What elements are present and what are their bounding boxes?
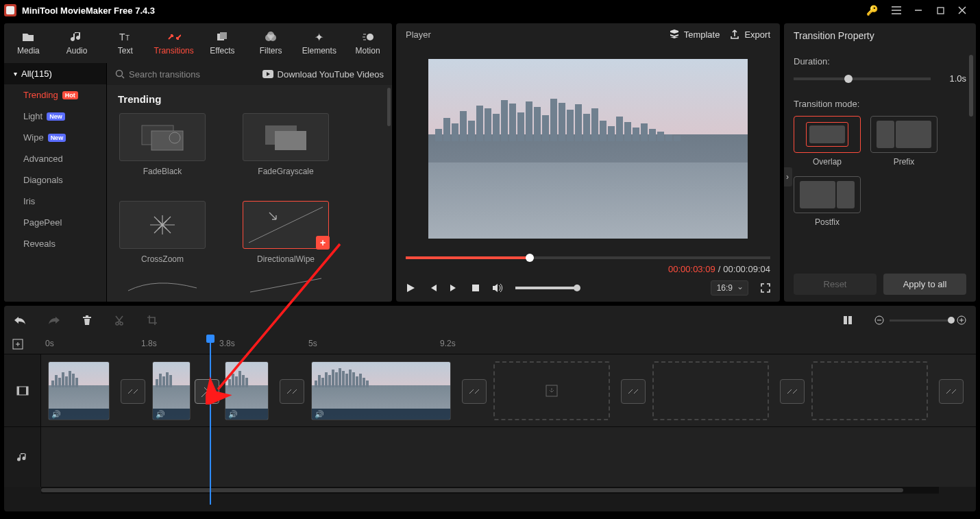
transition-thumb-fadeblack[interactable]: [119, 113, 206, 161]
video-track-head[interactable]: [4, 354, 41, 426]
category-trending[interactable]: Trending Hot: [4, 84, 106, 106]
tab-elements[interactable]: ✦ Elements: [295, 23, 344, 63]
timeline-clip[interactable]: 🔊: [48, 361, 110, 420]
tab-filters[interactable]: Filters: [247, 23, 295, 63]
category-all[interactable]: ▾ All(115): [4, 63, 106, 84]
empty-clip-slot[interactable]: [493, 361, 610, 420]
fullscreen-button[interactable]: [761, 283, 770, 293]
next-frame-button[interactable]: [450, 283, 459, 293]
transition-slot[interactable]: [462, 379, 487, 404]
audio-track-head[interactable]: [4, 427, 41, 487]
category-pagepeel[interactable]: PagePeel: [4, 212, 106, 233]
timeline-scrollbar[interactable]: [41, 487, 939, 494]
transition-thumb-partial[interactable]: [119, 275, 206, 295]
play-button[interactable]: [406, 283, 415, 293]
progress-knob[interactable]: [526, 254, 534, 262]
transition-thumb-partial-2[interactable]: [243, 275, 329, 295]
template-button[interactable]: Template: [669, 29, 720, 40]
empty-clip-slot[interactable]: [811, 361, 928, 420]
add-transition-button[interactable]: +: [316, 236, 330, 250]
download-youtube-link[interactable]: Download YouTube Videos: [262, 69, 384, 80]
tab-motion[interactable]: Motion: [343, 23, 392, 63]
delete-button[interactable]: [82, 315, 92, 326]
transition-slot[interactable]: [280, 379, 304, 404]
property-scrollbar[interactable]: [969, 55, 973, 117]
zoom-in-button[interactable]: [957, 315, 966, 325]
window-maximize-button[interactable]: [929, 1, 951, 20]
activate-key-icon[interactable]: 🔑: [861, 1, 883, 20]
ruler-tick: 1.8s: [141, 339, 157, 348]
empty-clip-slot[interactable]: [652, 361, 769, 420]
timeline-clip[interactable]: 🔊: [311, 361, 451, 420]
transition-thumb-crosszoom[interactable]: [119, 201, 206, 249]
category-reveals[interactable]: Reveals: [4, 233, 106, 254]
tab-audio[interactable]: Audio: [53, 23, 101, 63]
preview-area: [396, 45, 780, 252]
hot-badge: Hot: [62, 91, 78, 99]
export-button[interactable]: Export: [729, 29, 770, 40]
transition-slot[interactable]: [780, 379, 805, 404]
speaker-icon: 🔊: [315, 410, 324, 419]
timeline-ruler[interactable]: 0s 1.8s 3.8s 5s 9.2s: [4, 335, 976, 354]
transition-slot[interactable]: [939, 379, 964, 404]
video-track-icon: [16, 386, 29, 396]
transition-slot[interactable]: [121, 379, 145, 404]
audio-track-content[interactable]: [41, 427, 976, 487]
category-advanced[interactable]: Advanced: [4, 148, 106, 169]
tool-tabs: Media Audio TT Text Transitions Effects …: [4, 23, 392, 63]
transition-thumb-directionalwipe[interactable]: +: [243, 201, 329, 249]
aspect-ratio-select[interactable]: 16:9: [711, 280, 748, 295]
tab-media[interactable]: Media: [4, 23, 53, 63]
timeline-clip[interactable]: 🔊: [152, 361, 191, 420]
preview-screen[interactable]: [428, 59, 748, 239]
category-diagonals[interactable]: Diagonals: [4, 169, 106, 191]
window-minimize-button[interactable]: [907, 1, 929, 20]
category-light[interactable]: Light New: [4, 106, 106, 127]
track-layout-icon[interactable]: [843, 315, 853, 325]
stop-button[interactable]: [471, 284, 480, 292]
svg-text:T: T: [125, 34, 130, 42]
mode-postfix[interactable]: [794, 176, 861, 213]
tab-effects[interactable]: Effects: [198, 23, 247, 63]
svg-point-8: [367, 34, 373, 40]
window-close-button[interactable]: [951, 1, 973, 20]
svg-rect-24: [17, 387, 19, 395]
timeline-clip[interactable]: 🔊: [225, 361, 269, 420]
prev-frame-button[interactable]: [428, 283, 437, 293]
svg-rect-14: [275, 131, 306, 150]
playhead[interactable]: [210, 335, 211, 505]
category-label: Diagonals: [23, 175, 63, 185]
zoom-slider[interactable]: [890, 319, 951, 322]
player-panel: Player Template Export: [396, 23, 780, 302]
duration-label: Duration:: [794, 56, 966, 67]
category-label: Wipe: [23, 132, 44, 143]
mode-prefix[interactable]: [870, 116, 938, 153]
undo-button[interactable]: [14, 315, 26, 325]
apply-to-all-button[interactable]: Apply to all: [883, 274, 966, 295]
transition-thumb-fadegrayscale[interactable]: [243, 113, 329, 161]
redo-button[interactable]: [48, 315, 60, 325]
category-iris[interactable]: Iris: [4, 191, 106, 212]
crop-button[interactable]: [147, 315, 158, 326]
property-title: Transition Property: [784, 23, 976, 48]
volume-icon[interactable]: [492, 283, 503, 293]
add-track-button[interactable]: [12, 339, 23, 350]
reset-button[interactable]: Reset: [794, 274, 877, 295]
hamburger-menu-icon[interactable]: [885, 1, 907, 20]
progress-bar[interactable]: [406, 256, 770, 259]
duration-slider[interactable]: [794, 77, 931, 80]
tab-text[interactable]: TT Text: [101, 23, 150, 63]
svg-line-16: [250, 278, 321, 292]
zoom-out-button[interactable]: [874, 315, 884, 325]
transition-slot-applied[interactable]: [195, 379, 219, 404]
volume-slider[interactable]: [515, 287, 577, 289]
tab-transitions[interactable]: Transitions: [149, 23, 198, 63]
svg-rect-25: [26, 387, 28, 395]
transition-slot[interactable]: [621, 379, 646, 404]
search-input[interactable]: Search transitions: [115, 69, 257, 80]
split-button[interactable]: [114, 315, 125, 326]
category-wipe[interactable]: Wipe New: [4, 127, 106, 148]
ruler-tick: 3.8s: [219, 339, 235, 348]
mode-overlap[interactable]: [794, 116, 861, 153]
library-scrollbar[interactable]: [387, 88, 391, 126]
